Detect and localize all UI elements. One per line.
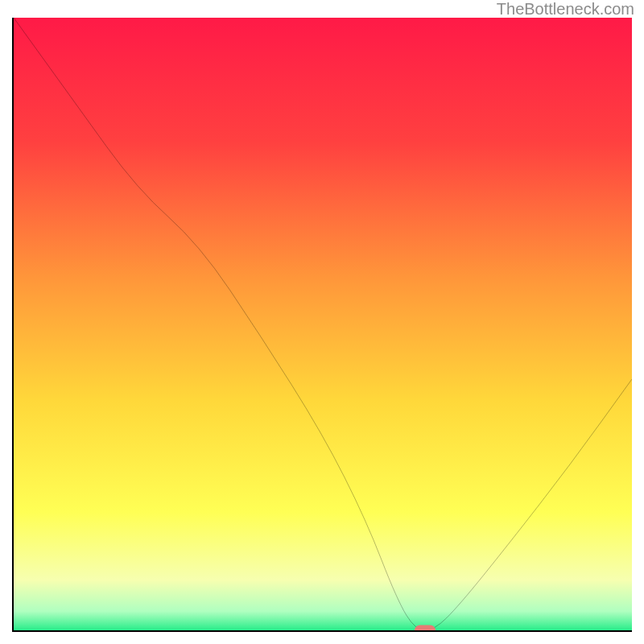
optimal-point-marker [415, 625, 436, 633]
bottleneck-curve [14, 18, 632, 630]
chart-container: TheBottleneck.com [0, 0, 644, 644]
plot-area [12, 18, 632, 632]
watermark-text: TheBottleneck.com [497, 0, 634, 19]
